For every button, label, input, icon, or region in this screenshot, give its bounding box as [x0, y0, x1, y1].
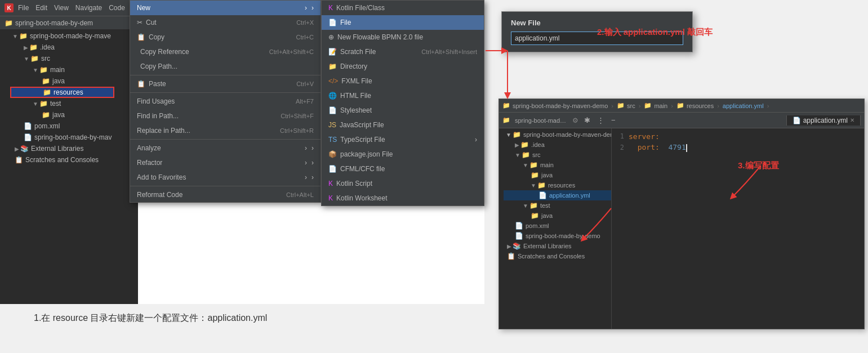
submenu-cfml[interactable]: 📄CFML/CFC file — [322, 162, 484, 176]
right-tree-ext[interactable]: ▶ 📚 External Libraries — [504, 241, 611, 251]
submenu-file[interactable]: 📄File — [322, 15, 484, 30]
menu-view[interactable]: View — [54, 4, 69, 12]
toolbar-dots[interactable]: ⋮ — [595, 115, 607, 126]
code-line-2: 2 port: 4791 — [612, 142, 864, 153]
separator-3 — [130, 139, 321, 140]
context-menu-reformat[interactable]: Reformat Code Ctrl+Alt+L — [130, 187, 321, 202]
separator-4 — [130, 186, 321, 186]
right-tree-idea[interactable]: ▶ 📁 .idea — [504, 140, 611, 150]
tab-icon: 📄 — [793, 117, 801, 124]
context-menu-cut[interactable]: ✂Cut Ctrl+X — [130, 15, 321, 30]
context-menu-copy-path[interactable]: Copy Path... — [130, 59, 321, 74]
right-tree-app-yml[interactable]: 📄 application.yml — [504, 190, 611, 200]
arrow-dialog-to-panel — [507, 51, 508, 101]
context-menu-copy-ref[interactable]: Copy Reference Ctrl+Alt+Shift+C — [130, 44, 321, 59]
menu-file[interactable]: File — [18, 4, 29, 12]
tree-resources[interactable]: 📁 resources — [10, 87, 114, 98]
step2-annotation: 2.输入 application.yml 敲回车 — [597, 27, 713, 38]
context-menu-refactor[interactable]: Refactor › — [130, 155, 321, 170]
right-tree-resources[interactable]: ▼ 📁 resources — [504, 180, 611, 190]
context-menu-replace-in-path[interactable]: Replace in Path... Ctrl+Shift+R — [130, 123, 321, 138]
text-cursor — [686, 144, 687, 152]
tab-close-btn[interactable]: ✕ — [850, 117, 854, 123]
submenu-js[interactable]: JSJavaScript File — [322, 118, 484, 132]
arrow-to-code — [729, 166, 763, 200]
submenu-scratch[interactable]: 📝Scratch File Ctrl+Alt+Shift+Insert — [322, 44, 484, 59]
right-tree-main[interactable]: ▼ 📁 main — [504, 160, 611, 170]
submenu-stylesheet[interactable]: 📄Stylesheet — [322, 103, 484, 118]
toolbar-minus[interactable]: − — [609, 115, 618, 126]
left-ide-panel: K File Edit View Navigate Code 📁 spring-… — [0, 0, 484, 304]
tree-ext-libs[interactable]: ▶ 📚 External Libraries — [10, 143, 138, 154]
context-menu: New › ✂Cut Ctrl+X 📋Copy Ctrl+C Copy Refe… — [130, 0, 321, 203]
right-project-icon: 📁 — [502, 102, 510, 109]
submenu-ts[interactable]: TSTypeScript File › — [322, 132, 484, 147]
arrow-to-yml-file — [580, 208, 614, 242]
tree-main[interactable]: ▼ 📁 main — [10, 64, 138, 75]
menu-code[interactable]: Code — [109, 4, 125, 12]
tree-java[interactable]: 📁 java — [10, 75, 138, 87]
right-toolbar-project-icon: 📁 — [502, 117, 510, 124]
project-folder-icon: 📁 — [5, 19, 13, 27]
submenu-packagejson[interactable]: 📦package.json File — [322, 147, 484, 162]
tree-scratches[interactable]: 📋 Scratches and Consoles — [10, 154, 138, 166]
tree-idea[interactable]: ▶ 📁 .idea — [10, 42, 138, 53]
context-menu-copy[interactable]: 📋Copy Ctrl+C — [130, 30, 321, 44]
submenu-flowable[interactable]: ⊕New Flowable BPMN 2.0 file — [322, 30, 484, 44]
right-body: ▼ 📁 spring-boot-made-by-maven-demo ▶ 📁 .… — [499, 128, 864, 329]
submenu-fxml[interactable]: </>FXML File — [322, 74, 484, 88]
toolbar-gear[interactable]: ✱ — [582, 115, 593, 126]
submenu-html[interactable]: 🌐HTML File — [322, 88, 484, 103]
right-tree-scratches[interactable]: 📋 Scratches and Consoles — [504, 251, 611, 261]
submenu-kotlin-worksheet[interactable]: KKotlin Worksheet — [322, 191, 484, 205]
code-editor[interactable]: 1 server: 2 port: 4791 — [612, 128, 864, 329]
context-menu-add-favorites[interactable]: Add to Favorites › — [130, 170, 321, 185]
project-name: spring-boot-made-by-dem — [15, 19, 93, 27]
tree-pom[interactable]: 📄 pom.xml — [10, 120, 138, 132]
context-menu-find-usages[interactable]: Find Usages Alt+F7 — [130, 94, 321, 109]
context-menu-paste[interactable]: 📋Paste Ctrl+V — [130, 77, 321, 91]
submenu-directory[interactable]: 📁Directory — [322, 59, 484, 74]
separator-2 — [130, 92, 321, 93]
tab-application-yml[interactable]: 📄 application.yml ✕ — [786, 115, 861, 126]
ide-logo: K — [5, 3, 14, 12]
right-tree-java[interactable]: 📁 java — [504, 170, 611, 180]
submenu-new: KKotlin File/Class 📄File ⊕New Flowable B… — [321, 0, 484, 206]
context-menu-new[interactable]: New › — [130, 1, 321, 15]
ide-sidebar: ▼ 📁 spring-boot-made-by-mave ▶ 📁 .idea ▼… — [0, 29, 138, 304]
ide-menu: File Edit View Navigate Code — [18, 4, 125, 12]
right-tree-root[interactable]: ▼ 📁 spring-boot-made-by-maven-demo — [504, 129, 611, 140]
context-menu-find-in-path[interactable]: Find in Path... Ctrl+Shift+F — [130, 109, 321, 123]
tree-test[interactable]: ▼ 📁 test — [10, 98, 138, 109]
right-ide-panel: 📁 spring-boot-made-by-maven-demo › 📁 src… — [498, 99, 865, 329]
submenu-kotlin-script[interactable]: KKotlin Script — [322, 176, 484, 191]
menu-navigate[interactable]: Navigate — [75, 4, 102, 12]
tree-test-java[interactable]: 📁 java — [10, 109, 138, 120]
right-tree-src[interactable]: ▼ 📁 src — [504, 150, 611, 160]
toolbar-project-label[interactable]: spring-boot-made-by-maven-demo — [513, 116, 569, 125]
tree-spring[interactable]: 📄 spring-boot-made-by-mav — [10, 132, 138, 143]
context-menu-analyze[interactable]: Analyze › — [130, 141, 321, 155]
arrow-menu-to-dialog — [484, 45, 510, 56]
tree-root[interactable]: ▼ 📁 spring-boot-made-by-mave — [10, 30, 138, 42]
separator-1 — [130, 75, 321, 75]
new-file-dialog-title: New File — [511, 19, 683, 27]
right-breadcrumb: 📁 spring-boot-made-by-maven-demo › 📁 src… — [499, 99, 864, 113]
submenu-kotlin-class[interactable]: KKotlin File/Class — [322, 1, 484, 15]
menu-edit[interactable]: Edit — [35, 4, 47, 12]
right-toolbar: 📁 spring-boot-made-by-maven-demo ⚙ ✱ ⋮ −… — [499, 113, 864, 128]
code-line-1: 1 server: — [612, 131, 864, 142]
tree-src[interactable]: ▼ 📁 src — [10, 53, 138, 64]
step1-annotation: 1.在 resource 目录右键新建一个配置文件：application.ym… — [34, 312, 267, 324]
